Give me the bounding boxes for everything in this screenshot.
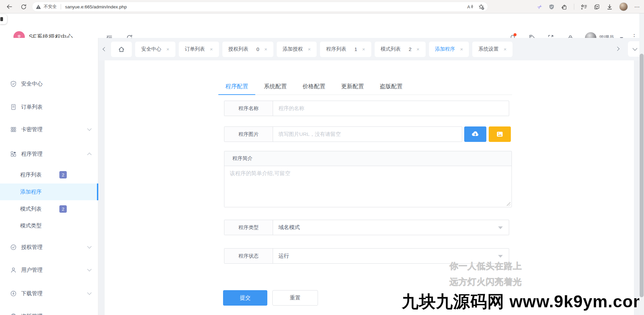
browser-profile-avatar[interactable] <box>619 2 628 11</box>
defender-shield-icon[interactable] <box>548 4 555 10</box>
floating-widget[interactable] <box>0 14 7 24</box>
submit-button[interactable]: 提交 <box>223 290 267 306</box>
select-caret-icon <box>498 226 503 229</box>
sidebar-item-user-management[interactable]: 用户管理 <box>0 262 98 278</box>
back-icon <box>6 3 13 10</box>
program-intro-group: 程序简介 <box>224 151 512 207</box>
close-icon[interactable] <box>264 46 267 52</box>
resize-grip-icon[interactable] <box>507 202 511 206</box>
document-icon <box>10 104 17 110</box>
sidebar-item-mode-type[interactable]: 模式类型 <box>0 217 98 234</box>
watermark-site: 九块九源码网 www.9k9ym.com <box>402 291 644 313</box>
chevron-down-icon <box>87 291 92 295</box>
close-icon[interactable] <box>460 46 463 52</box>
image-gallery-button[interactable] <box>489 126 511 142</box>
sidebar-item-add-program[interactable]: 添加程序 <box>0 183 98 200</box>
sidebar-item-label: 程序列表 <box>20 171 42 178</box>
tab-system-settings[interactable]: 系统设置 <box>472 42 513 57</box>
shield-check-icon <box>10 81 17 87</box>
tab-license-list[interactable]: 授权列表0 <box>222 42 273 57</box>
program-type-select[interactable]: 域名模式 <box>273 220 509 235</box>
sidebar-item-label: 订单列表 <box>21 104 43 111</box>
browser-toolbar: 不安全 sanyue.e:665/admin/index.php A ✂ ⋯ <box>0 0 644 13</box>
sidebar-item-program-management[interactable]: 程序管理 <box>0 146 98 162</box>
page-scrollbar-thumb[interactable] <box>640 54 644 297</box>
chevron-up-icon <box>87 153 92 157</box>
svg-text:A: A <box>467 5 470 9</box>
app-header: SF系统授权中心 管理员 ⋮ <box>0 13 644 38</box>
sidebar-item-order-list[interactable]: 订单列表 <box>0 99 98 115</box>
apps-grid-icon <box>10 151 17 157</box>
upload-image-button[interactable] <box>464 126 486 142</box>
close-icon[interactable] <box>308 46 311 52</box>
extension-scissors-icon[interactable]: ✂ <box>536 3 543 10</box>
divider <box>61 4 61 9</box>
sidebar-item-label: 用户管理 <box>21 267 43 274</box>
check-circle-icon <box>10 244 17 251</box>
tabs-scroll-left-icon[interactable] <box>103 47 107 51</box>
program-type-row: 程序类型 域名模式 <box>224 220 509 235</box>
sidebar-item-security-center[interactable]: 安全中心 <box>0 75 98 92</box>
close-icon[interactable] <box>210 46 213 52</box>
refresh-icon <box>20 4 27 10</box>
browser-refresh-button[interactable] <box>19 2 28 11</box>
download-circle-icon <box>10 290 17 297</box>
program-name-row: 程序名称 <box>224 101 509 116</box>
selected-value: 域名模式 <box>273 224 300 231</box>
sidebar-item-program-list[interactable]: 程序列表 2 <box>0 166 98 183</box>
sidebar-item-label: 卡密管理 <box>21 126 43 133</box>
sidebar-item-download-management[interactable]: 下载管理 <box>0 285 98 302</box>
extensions-puzzle-icon[interactable] <box>561 4 568 10</box>
sidebar-item-license-management[interactable]: 授权管理 <box>0 239 98 256</box>
sidebar-item-label: 盗版管理 <box>21 313 43 315</box>
close-icon[interactable] <box>166 46 169 52</box>
program-intro-textarea[interactable] <box>224 166 512 207</box>
close-icon[interactable] <box>417 46 420 52</box>
chevron-down-icon <box>87 267 92 271</box>
split-screen-icon[interactable] <box>594 4 600 10</box>
sidebar-item-label: 模式列表 <box>20 206 42 213</box>
tab-update-config[interactable]: 更新配置 <box>334 78 371 95</box>
home-tab[interactable] <box>111 42 132 57</box>
tab-program-list[interactable]: 程序列表1 <box>320 42 371 57</box>
tab-system-config[interactable]: 系统配置 <box>257 78 294 95</box>
close-icon[interactable] <box>362 46 365 52</box>
tab-order-list[interactable]: 订单列表 <box>179 42 219 57</box>
tab-piracy-config[interactable]: 盗版配置 <box>373 78 410 95</box>
cloud-upload-icon <box>471 130 480 139</box>
tab-program-config[interactable]: 程序配置 <box>218 78 255 95</box>
reset-button[interactable]: 重置 <box>272 290 318 306</box>
read-aloud-icon[interactable]: A <box>467 4 473 10</box>
program-image-url-input[interactable] <box>273 127 462 142</box>
browser-back-button[interactable] <box>5 2 14 11</box>
open-tabs-bar: 安全中心 订单列表 授权列表0 添加授权 程序列表1 模式列表2 添加程序 系统… <box>99 38 644 60</box>
program-image-label: 程序图片 <box>224 127 273 142</box>
security-label: 不安全 <box>44 4 57 10</box>
sidebar-item-mode-list[interactable]: 模式列表 2 <box>0 201 98 217</box>
download-icon[interactable] <box>606 4 613 10</box>
tab-add-license[interactable]: 添加授权 <box>277 42 317 57</box>
sidebar-item-card-key-management[interactable]: 卡密管理 <box>0 121 98 138</box>
sidebar-item-piracy-management[interactable]: 盗版管理 <box>0 308 98 315</box>
tab-security-center[interactable]: 安全中心 <box>135 42 175 57</box>
chevron-down-icon <box>87 244 92 249</box>
address-bar[interactable]: 不安全 sanyue.e:665/admin/index.php A <box>32 2 488 12</box>
widget-glyph <box>0 17 3 21</box>
program-image-row: 程序图片 <box>224 126 462 142</box>
warning-icon <box>36 4 41 10</box>
collections-icon[interactable] <box>581 4 587 10</box>
program-name-input[interactable] <box>273 101 509 116</box>
close-icon[interactable] <box>503 46 506 52</box>
tab-price-config[interactable]: 价格配置 <box>296 78 332 95</box>
tab-add-program[interactable]: 添加程序 <box>429 42 469 57</box>
sidebar: 安全中心 订单列表 卡密管理 程序管理 程序列表 2 添加程序 模式列表 2 <box>0 38 98 315</box>
cards-grid-icon <box>10 126 17 133</box>
browser-menu-icon[interactable]: ⋯ <box>634 4 640 10</box>
sidebar-item-label: 模式类型 <box>20 222 42 229</box>
program-type-label: 程序类型 <box>224 220 273 235</box>
sidebar-item-label: 添加程序 <box>20 189 42 196</box>
tab-count: 0 <box>257 46 259 52</box>
chevron-down-icon <box>87 313 92 315</box>
favorite-star-icon[interactable] <box>478 4 484 10</box>
tab-mode-list[interactable]: 模式列表2 <box>375 42 426 57</box>
